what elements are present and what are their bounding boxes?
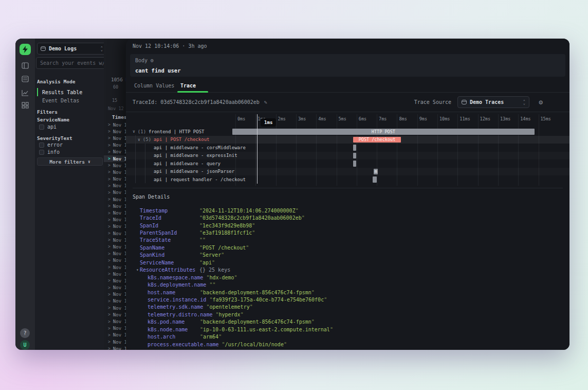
checkbox[interactable] [39,143,44,148]
chevron-down-icon[interactable]: ∨ [133,129,135,134]
timeline-tick-label: 14ms [520,116,530,121]
span-bar-label: m [375,169,377,174]
hyperdx-logo-icon[interactable] [20,44,31,55]
attribute-key[interactable]: Timestamp [140,208,196,214]
attribute-key[interactable]: telemetry.sdk.name [148,304,203,310]
user-avatar[interactable]: U [20,340,30,350]
attribute-value[interactable]: api [199,260,215,265]
span-row[interactable]: ∨(1)frontend | HTTP POSTHTTP POST [126,128,569,136]
attribute-key[interactable]: host.arch [148,334,197,340]
attribute-value[interactable]: hyperdx [215,312,243,317]
checkbox[interactable] [39,150,44,155]
span-row[interactable]: api | middleware - jsonParserm [126,168,569,176]
span-detail-row: ParentSpanIde3af19188f1fcf1c [126,229,569,236]
attribute-key[interactable]: k8s.pod.name [148,319,197,325]
attribute-key[interactable]: host.name [148,290,197,295]
attribute-value[interactable] [199,237,206,243]
chevron-right-icon: > [108,184,111,188]
mode-results-table[interactable]: Results Table [37,88,104,96]
filter-option-info[interactable]: info [39,149,60,155]
attribute-key[interactable]: TraceState [140,237,196,243]
attribute-value[interactable]: /usr/local/bin/node [222,342,286,347]
attribute-key[interactable]: ServiceName [140,260,196,265]
expand-arrow-icon[interactable]: ▾ [136,268,139,272]
span-row[interactable]: api | middleware - expressInit [126,152,569,160]
span-duration-bar[interactable] [373,176,377,183]
attribute-value[interactable]: 03d5748328c2cb9f1a8420aab06002eb [199,215,305,221]
help-button[interactable]: ? [20,328,30,338]
attribute-meta: {} 25 keys [199,267,230,273]
filter-option-error[interactable]: error [39,142,63,148]
span-duration-bar[interactable] [353,153,356,159]
attribute-key[interactable]: k8s.namespace.name [148,275,203,280]
event-row-timestamp: Nov 1 [113,136,127,141]
span-detail-row: k8s.deployment.name [126,281,569,288]
attribute-value[interactable]: e3af19188f1fcf1c [199,230,255,236]
trace-source-select[interactable]: Demo Traces ⌃⌄ [457,96,529,108]
chevron-right-icon: > [108,129,111,134]
attribute-key[interactable]: SpanName [140,245,196,251]
attribute-value[interactable]: hdx-demo [206,275,237,280]
chevron-right-icon: > [108,340,111,344]
timeline-tick-label: 5ms [339,116,346,121]
attribute-value[interactable]: fa939f23-175a-40ce-b774-e754be760f0c [209,297,327,303]
span-row[interactable]: api | middleware - corsMiddleware [126,144,569,152]
results-table-icon[interactable] [22,76,29,82]
attribute-key[interactable]: process.executable.name [148,342,218,347]
span-duration-bar[interactable]: POST /checkout [353,137,401,143]
trace-toolbar: TraceId: 03d5748328c2cb9f1a8420aab06002e… [126,93,569,112]
attribute-value[interactable]: POST /checkout [199,245,249,251]
attribute-key[interactable]: SpanKind [140,252,196,258]
attribute-value[interactable]: backend-deployment-856c476c74-fpsmn [200,290,315,295]
body-card: Body ⚙ cant find user [130,54,565,77]
more-filters-button[interactable]: More filters ∨ [37,157,103,166]
attribute-key[interactable]: SpanId [140,223,196,228]
span-detail-row: k8s.pod.namebackend-deployment-856c476c7… [126,318,569,326]
attribute-key[interactable]: k8s.node.name [148,327,197,332]
edit-pencil-icon[interactable]: ✎ [264,99,267,105]
span-row[interactable]: ∨(5)api | POST /checkoutPOST /checkout [126,136,569,144]
attribute-value[interactable]: arm64 [200,334,222,340]
histogram-ytick: 15 [112,98,117,103]
trace-settings-gear-icon[interactable]: ⚙ [539,99,543,105]
mode-event-deltas[interactable]: Event Deltas [37,96,104,104]
sidebar-layout-icon[interactable] [22,62,29,69]
chevron-updown-icon: ⌃⌄ [101,47,103,51]
log-source-select[interactable]: Demo Logs ⌃⌄ [37,43,106,55]
attribute-key[interactable]: telemetry.distro.name [148,312,212,317]
timeline-tick-label: 9ms [419,116,427,121]
chart-icon[interactable] [22,90,29,96]
checkbox[interactable] [39,125,44,130]
tab-column-values[interactable]: Column Values [134,83,174,88]
event-row-timestamp: Nov 1 [113,197,127,202]
span-row[interactable]: api | request handler - /checkout [126,175,569,184]
attribute-value[interactable]: 1ec343f9d29e8b98 [199,223,255,228]
event-row-timestamp: Nov 1 [113,129,127,134]
attribute-value[interactable]: 2024-11-12T10:14:06.274000000Z [199,208,299,214]
attribute-key[interactable]: k8s.deployment.name [148,282,206,288]
attribute-key[interactable]: TraceId [140,215,196,221]
tab-trace[interactable]: Trace [180,83,196,88]
span-duration-bar[interactable]: HTTP POST [232,129,535,135]
filter-option-api[interactable]: api [39,124,57,130]
attribute-key[interactable]: service.instance.id [148,297,206,303]
chevron-down-icon[interactable]: ∨ [138,137,140,142]
attribute-value[interactable]: opentelemetry [206,304,252,310]
attribute-value[interactable]: ip-10-0-63-111.us-east-2.compute.interna… [200,327,333,332]
event-row-timestamp: Nov 1 [113,332,127,338]
event-row-timestamp: Nov 1 [113,272,127,277]
attribute-value[interactable]: backend-deployment-856c476c74-fpsmn [200,319,315,325]
span-duration-bar[interactable]: m [374,169,378,175]
attribute-key[interactable]: ParentSpanId [140,230,196,236]
attribute-key[interactable]: ResourceAttributes [140,267,196,273]
event-row-timestamp: Nov 1 [113,298,127,304]
body-settings-gear-icon[interactable]: ⚙ [151,58,154,63]
span-duration-bar[interactable] [353,161,356,167]
attribute-value[interactable] [209,282,215,288]
span-label: api | middleware - query [154,161,220,166]
span-row[interactable]: api | middleware - query [126,159,569,168]
dashboard-icon[interactable] [22,102,29,109]
span-duration-bar[interactable] [353,145,356,151]
span-detail-row: telemetry.sdk.nameopentelemetry [126,304,569,311]
attribute-value[interactable]: Server [199,252,224,258]
